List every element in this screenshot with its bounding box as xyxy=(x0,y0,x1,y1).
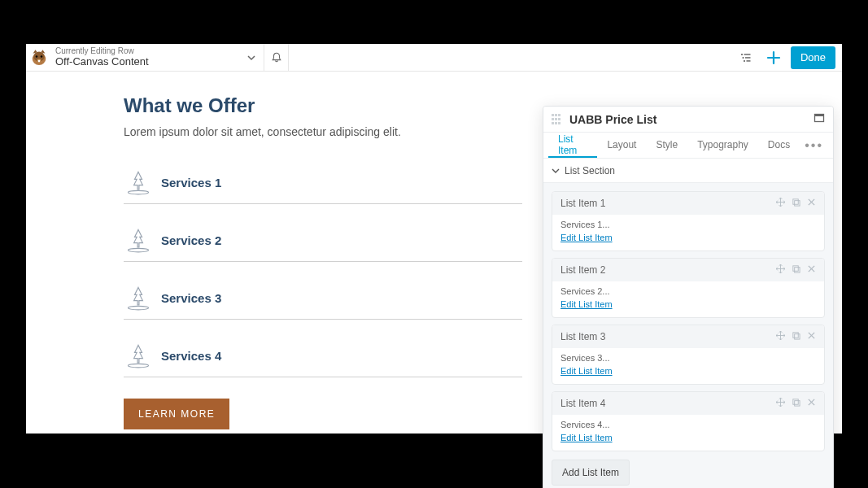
close-icon xyxy=(807,331,816,340)
add-content-button[interactable] xyxy=(760,44,787,72)
repeater-item-actions xyxy=(776,264,816,276)
close-icon xyxy=(807,398,816,407)
abstract-person-icon xyxy=(124,225,153,255)
panel-header: UABB Price List xyxy=(543,107,833,133)
tab-style[interactable]: Style xyxy=(646,133,687,158)
repeater-item-summary: Services 3... xyxy=(560,353,816,363)
move-item-button[interactable] xyxy=(776,264,785,276)
svg-point-13 xyxy=(128,248,148,252)
editing-context-dropdown[interactable] xyxy=(239,53,264,63)
list-item[interactable]: Services 2 xyxy=(124,219,522,262)
duplicate-icon xyxy=(792,264,800,273)
notifications-button[interactable] xyxy=(264,44,288,71)
svg-point-6 xyxy=(741,54,743,55)
repeater-item-actions xyxy=(776,331,816,342)
repeater-item-summary: Services 1... xyxy=(560,220,816,229)
plus-icon xyxy=(766,50,781,65)
svg-point-8 xyxy=(742,57,744,59)
abstract-person-icon xyxy=(124,168,153,197)
svg-point-10 xyxy=(744,60,745,62)
tab-typography[interactable]: Typography xyxy=(687,133,758,158)
repeater-item-header[interactable]: List Item 3 xyxy=(552,325,824,348)
chevron-down-icon xyxy=(246,53,256,63)
svg-point-2 xyxy=(36,55,37,57)
outline-button[interactable] xyxy=(732,44,760,72)
move-item-button[interactable] xyxy=(776,331,785,342)
section-label: List Section xyxy=(565,165,615,176)
duplicate-item-button[interactable] xyxy=(792,398,800,409)
svg-rect-7 xyxy=(744,54,750,54)
close-icon xyxy=(807,198,816,207)
duplicate-item-button[interactable] xyxy=(792,264,800,276)
list-item[interactable]: Services 3 xyxy=(124,277,522,320)
svg-rect-5 xyxy=(38,60,40,62)
repeater-item-header[interactable]: List Item 4 xyxy=(552,392,824,415)
edit-item-link[interactable]: Edit List Item xyxy=(560,433,613,442)
app-window: Currently Editing Row Off-Canvas Content… xyxy=(26,44,842,434)
svg-rect-9 xyxy=(745,57,751,58)
app-logo xyxy=(26,44,52,72)
delete-item-button[interactable] xyxy=(807,198,816,209)
tab-list-item[interactable]: List Item xyxy=(548,133,597,158)
edit-item-link[interactable]: Edit List Item xyxy=(560,233,613,242)
repeater-item: List Item 1 Services 1... Edit List Item xyxy=(552,191,825,251)
svg-point-12 xyxy=(128,190,148,194)
tab-layout[interactable]: Layout xyxy=(597,133,646,158)
window-icon xyxy=(813,112,825,124)
delete-item-button[interactable] xyxy=(807,398,816,409)
svg-rect-11 xyxy=(746,60,750,61)
divider xyxy=(288,44,289,71)
svg-rect-17 xyxy=(815,114,824,116)
drag-handle[interactable] xyxy=(552,114,563,125)
tab-overflow-button[interactable]: ••• xyxy=(800,138,828,153)
list-item[interactable]: Services 1 xyxy=(124,161,522,204)
list-item[interactable]: Services 4 xyxy=(124,334,522,377)
repeater-item-body: Services 4... Edit List Item xyxy=(552,415,824,451)
repeater-item-actions xyxy=(776,398,816,409)
svg-rect-19 xyxy=(795,201,800,206)
canvas: What we Offer Lorem ipsum dolor sit amet… xyxy=(26,72,842,434)
duplicate-icon xyxy=(792,198,800,207)
done-button[interactable]: Done xyxy=(791,46,835,69)
panel-tabs: List Item Layout Style Typography Docs •… xyxy=(543,133,833,159)
edit-item-link[interactable]: Edit List Item xyxy=(560,299,613,309)
list-item-label: Services 3 xyxy=(161,291,221,305)
repeater-item-body: Services 3... Edit List Item xyxy=(552,348,824,384)
duplicate-item-button[interactable] xyxy=(792,198,800,209)
duplicate-item-button[interactable] xyxy=(792,331,800,342)
duplicate-icon xyxy=(792,331,800,340)
panel-title: UABB Price List xyxy=(569,113,813,126)
repeater-item-body: Services 1... Edit List Item xyxy=(552,215,824,251)
svg-rect-21 xyxy=(795,268,800,272)
learn-more-button[interactable]: LEARN MORE xyxy=(124,399,229,429)
editing-context[interactable]: Currently Editing Row Off-Canvas Content xyxy=(52,46,239,68)
svg-rect-18 xyxy=(793,199,798,204)
abstract-person-icon xyxy=(124,283,153,312)
edit-item-link[interactable]: Edit List Item xyxy=(560,366,613,376)
svg-point-3 xyxy=(41,55,42,57)
close-icon xyxy=(807,264,816,273)
repeater-item-summary: Services 2... xyxy=(560,286,816,296)
move-icon xyxy=(776,198,785,207)
svg-point-14 xyxy=(128,306,148,310)
repeater-item-actions xyxy=(776,198,816,209)
repeater-item: List Item 2 Services 2... Edit List Item xyxy=(552,258,825,318)
repeater-item-title: List Item 3 xyxy=(560,331,776,342)
tab-docs[interactable]: Docs xyxy=(758,133,800,158)
panel-expand-button[interactable] xyxy=(813,112,825,127)
move-item-button[interactable] xyxy=(776,398,785,409)
move-item-button[interactable] xyxy=(776,198,785,209)
list-item-label: Services 4 xyxy=(161,349,221,363)
delete-item-button[interactable] xyxy=(807,264,816,276)
list-item-label: Services 2 xyxy=(161,233,221,247)
editing-context-label: Currently Editing Row xyxy=(55,46,233,55)
chevron-down-icon xyxy=(552,167,560,175)
svg-rect-24 xyxy=(793,399,798,404)
add-list-item-button[interactable]: Add List Item xyxy=(552,460,630,486)
repeater-item-header[interactable]: List Item 2 xyxy=(552,259,824,281)
repeater-item-header[interactable]: List Item 1 xyxy=(552,192,824,215)
section-toggle[interactable]: List Section xyxy=(543,159,833,183)
delete-item-button[interactable] xyxy=(807,331,816,342)
items-area: List Item 1 Services 1... Edit List Item xyxy=(543,183,833,460)
move-icon xyxy=(776,331,785,340)
